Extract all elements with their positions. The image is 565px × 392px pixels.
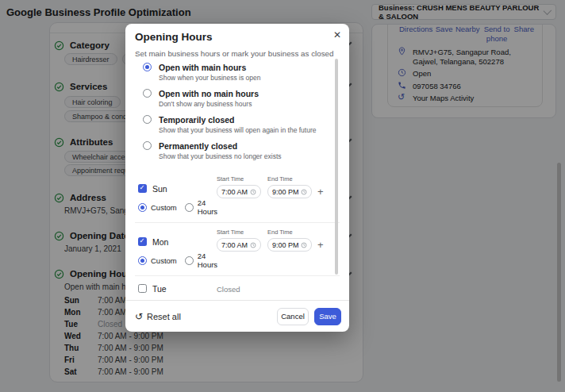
start-time-input[interactable]: 7:00 AM — [217, 185, 261, 198]
dialog-body: Open with main hours Show when your busi… — [125, 61, 349, 300]
day-hours-list: Sun Custom 24 Hours Start Time 7:00 — [135, 170, 340, 300]
dialog-title: Opening Hours — [135, 31, 213, 43]
dialog-subtitle: Set main business hours or mark your bus… — [135, 49, 333, 58]
day-checkbox[interactable] — [138, 284, 147, 293]
clock-icon — [301, 242, 307, 248]
closed-label: Closed — [217, 285, 240, 294]
option-open-no-main-hours[interactable]: Open with no main hours Don't show any b… — [135, 89, 340, 108]
radio[interactable] — [143, 115, 152, 124]
opening-hours-dialog: Opening Hours ✕ Set main business hours … — [125, 24, 349, 332]
24-hours-label: 24 Hours — [198, 198, 217, 216]
day-name: Tue — [152, 284, 167, 294]
add-time-range-button[interactable]: + — [317, 239, 324, 269]
day-checkbox[interactable] — [138, 237, 147, 246]
end-time-label: End Time — [267, 229, 312, 236]
24-hours-radio[interactable] — [185, 203, 194, 212]
end-time-value: 9:00 PM — [272, 188, 299, 196]
cancel-button[interactable]: Cancel — [277, 308, 309, 325]
start-time-label: Start Time — [217, 175, 261, 183]
dialog-footer: ↺ Reset all Cancel Save — [125, 300, 349, 332]
start-time-label: Start Time — [217, 229, 261, 236]
option-desc: Don't show any business hours — [159, 100, 259, 108]
end-time-value: 9:00 PM — [272, 241, 299, 249]
custom-label: Custom — [151, 203, 177, 212]
close-icon[interactable]: ✕ — [333, 29, 341, 40]
option-desc: Show when your business is open — [159, 74, 261, 82]
end-time-input[interactable]: 9:00 PM — [267, 238, 312, 252]
reset-icon: ↺ — [135, 311, 143, 322]
clock-icon — [250, 242, 256, 248]
24-hours-label: 24 Hours — [198, 252, 217, 269]
option-temporarily-closed[interactable]: Temporarily closed Show that your busine… — [135, 115, 340, 134]
option-label: Open with no main hours — [159, 89, 259, 98]
option-permanently-closed[interactable]: Permanently closed Show that your busine… — [135, 141, 340, 160]
option-label: Permanently closed — [159, 141, 282, 151]
radio[interactable] — [143, 141, 152, 150]
clock-icon — [301, 189, 307, 195]
reset-label: Reset all — [147, 312, 181, 321]
custom-radio[interactable] — [138, 203, 147, 212]
save-button[interactable]: Save — [314, 308, 341, 325]
reset-all-button[interactable]: ↺ Reset all — [135, 311, 181, 322]
start-time-value: 7:00 AM — [221, 188, 248, 196]
option-desc: Show that your business no longer exists — [159, 152, 282, 160]
option-desc: Show that your business will open again … — [159, 126, 316, 134]
option-label: Temporarily closed — [159, 115, 316, 125]
day-row-sun: Sun Custom 24 Hours Start Time 7:00 — [135, 170, 340, 222]
day-checkbox[interactable] — [138, 184, 147, 193]
24-hours-radio[interactable] — [185, 256, 194, 265]
clock-icon — [250, 189, 256, 195]
custom-label: Custom — [151, 256, 177, 265]
day-row-mon: Mon Custom 24 Hours Start Time 7:00 — [135, 222, 340, 275]
option-label: Open with main hours — [159, 63, 261, 72]
add-time-range-button[interactable]: + — [317, 186, 324, 216]
radio-selected[interactable] — [143, 63, 152, 71]
option-open-main-hours[interactable]: Open with main hours Show when your busi… — [135, 63, 340, 82]
day-name: Sun — [152, 184, 167, 194]
day-name: Mon — [152, 237, 168, 247]
end-time-input[interactable]: 9:00 PM — [267, 185, 312, 198]
radio[interactable] — [143, 89, 152, 98]
dialog-scrollbar[interactable] — [335, 59, 338, 275]
custom-radio[interactable] — [138, 256, 147, 265]
end-time-label: End Time — [267, 175, 312, 183]
start-time-value: 7:00 AM — [221, 241, 248, 249]
day-row-tue: Tue Closed — [135, 275, 340, 300]
start-time-input[interactable]: 7:00 AM — [217, 238, 261, 252]
